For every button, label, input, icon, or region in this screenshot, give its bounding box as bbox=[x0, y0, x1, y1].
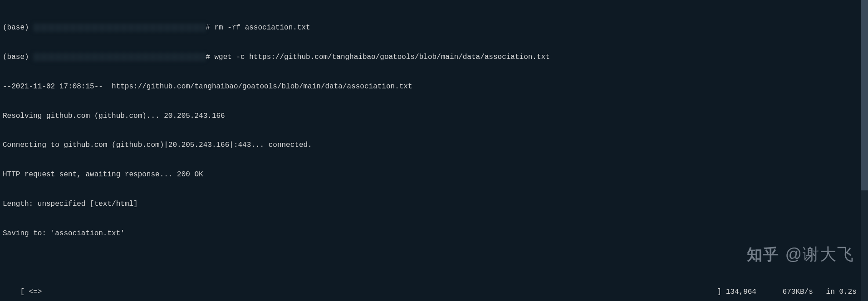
command: rm -rf association.txt bbox=[214, 24, 310, 32]
scrollbar-thumb[interactable] bbox=[861, 0, 868, 190]
terminal-line: (base) # rm -rf association.txt bbox=[3, 23, 865, 33]
prompt-suffix: # bbox=[206, 53, 210, 61]
prompt-env: (base) bbox=[3, 24, 33, 32]
terminal-line: --2021-11-02 17:08:15-- https://github.c… bbox=[3, 82, 865, 92]
terminal-line: HTTP request sent, awaiting response... … bbox=[3, 170, 865, 180]
terminal-line: Saving to: 'association.txt' bbox=[3, 229, 865, 239]
progress-stats: ] 134,964 673KB/s in 0.2s bbox=[717, 287, 865, 297]
scrollbar-track[interactable] bbox=[861, 0, 868, 301]
prompt-obscured bbox=[33, 53, 206, 61]
prompt-env: (base) bbox=[3, 53, 33, 61]
terminal-line: Length: unspecified [text/html] bbox=[3, 199, 865, 209]
command: wget -c https://github.com/tanghaibao/go… bbox=[214, 53, 549, 61]
terminal-line: Resolving github.com (github.com)... 20.… bbox=[3, 112, 865, 121]
prompt-obscured bbox=[33, 24, 206, 32]
prompt-suffix: # bbox=[206, 24, 210, 32]
progress-indicator: [ <=> bbox=[3, 287, 42, 297]
terminal-line bbox=[3, 258, 865, 268]
terminal-line: (base) # wget -c https://github.com/tang… bbox=[3, 53, 865, 63]
terminal-line: Connecting to github.com (github.com)|20… bbox=[3, 141, 865, 150]
progress-line: [ <=>] 134,964 673KB/s in 0.2s bbox=[3, 287, 865, 297]
terminal-output[interactable]: (base) # rm -rf association.txt (base) #… bbox=[0, 0, 868, 301]
